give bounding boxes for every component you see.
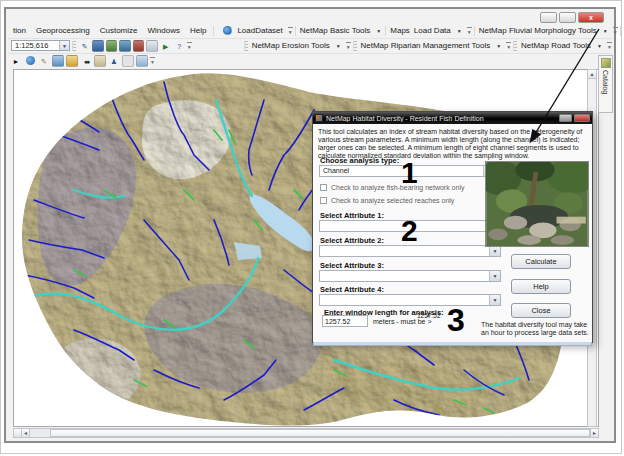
- attribute-2-label: Select Attribute 2:: [320, 236, 384, 245]
- toolbar-netmap-road[interactable]: NetMap Road Tools ▼ ▼: [519, 41, 612, 50]
- toolbar-grip[interactable]: [620, 26, 621, 36]
- help-button[interactable]: Help: [511, 279, 571, 294]
- toolbar-options-icon[interactable]: ▼: [288, 27, 293, 35]
- annotation-step-3: 3: [447, 304, 465, 336]
- toolbar-maps[interactable]: Maps: [388, 26, 412, 35]
- whats-this-icon[interactable]: ?: [173, 40, 185, 52]
- chevron-down-icon[interactable]: ▼: [489, 271, 500, 281]
- search-window-icon[interactable]: [119, 40, 131, 52]
- tools-toolbar: ► ✎ ●● ♟ ▼: [8, 53, 612, 67]
- minimize-button[interactable]: [540, 12, 557, 23]
- zoom-globe-icon[interactable]: [24, 55, 36, 67]
- analysis-type-label: Choose analysis type:: [320, 156, 399, 165]
- toolbar-grip[interactable]: [513, 41, 517, 51]
- toolbar-load-data[interactable]: Load Data ▼ ▼: [412, 26, 472, 35]
- toolbar-netmap-fluvial-morphology[interactable]: NetMap Fluvial Morphology Tools ▼ ▼: [477, 26, 618, 35]
- menu-item-geoprocessing[interactable]: Geoprocessing: [31, 25, 95, 36]
- habitat-photo: [485, 161, 589, 247]
- find-binoculars-icon[interactable]: ●●: [80, 55, 92, 67]
- splitter-box[interactable]: [14, 429, 22, 437]
- editor-icon[interactable]: ✎: [79, 40, 91, 52]
- habitat-diversity-dialog: NetMap Habitat Diversity - Resident Fish…: [312, 111, 593, 343]
- catalog-tab[interactable]: Catalog: [598, 55, 613, 113]
- load-data-label: Load Data: [412, 26, 453, 35]
- toolbar-grip[interactable]: [385, 26, 386, 36]
- map-horizontal-scrollbar[interactable]: ◄ ►: [13, 428, 599, 438]
- toolbar-grip[interactable]: [213, 26, 214, 36]
- fish-bearing-checkbox[interactable]: [320, 184, 327, 191]
- dialog-frame-strip: [313, 342, 592, 346]
- scroll-up-icon[interactable]: ▲: [588, 70, 596, 79]
- toolbar-grip[interactable]: [295, 26, 296, 36]
- toolbar-grip[interactable]: [244, 41, 248, 51]
- hyperlink-icon[interactable]: [94, 55, 106, 67]
- dialog-close-button[interactable]: Close: [511, 303, 571, 318]
- chevron-down-icon[interactable]: ▼: [489, 246, 500, 256]
- table-of-contents-icon[interactable]: [92, 40, 104, 52]
- fish-bearing-checkbox-row[interactable]: Check to analyze fish-bearing network on…: [320, 184, 464, 191]
- dialog-note: The habitat diversity tool may take an h…: [481, 321, 593, 337]
- toolbar-options-icon[interactable]: ▼: [467, 27, 472, 35]
- chevron-down-icon[interactable]: ▼: [59, 41, 69, 50]
- identify-icon[interactable]: [52, 55, 64, 67]
- draw-pencil-icon[interactable]: ✎: [38, 55, 50, 67]
- arctoolbox-icon[interactable]: [133, 40, 145, 52]
- catalog-icon: [601, 58, 611, 68]
- dialog-close-icon[interactable]: [574, 114, 590, 122]
- scrollbar-thumb[interactable]: [50, 429, 590, 437]
- toolbar-options-icon[interactable]: ▼: [150, 57, 155, 65]
- menu-item-selection[interactable]: tion: [8, 25, 31, 36]
- python-window-icon[interactable]: [146, 40, 158, 52]
- window-length-input[interactable]: [322, 315, 368, 327]
- toolbar-options-icon[interactable]: ▼: [187, 42, 192, 50]
- toolbar-options-icon[interactable]: ▼: [506, 42, 511, 50]
- attribute-3-label: Select Attribute 3:: [320, 261, 384, 270]
- toolbar-grip[interactable]: [474, 26, 475, 36]
- scroll-right-icon[interactable]: ►: [590, 429, 598, 437]
- go-to-xy-icon[interactable]: ♟: [108, 55, 120, 67]
- screenshot-frame: x tion Geoprocessing Customize Windows H…: [0, 0, 622, 454]
- html-popup-icon[interactable]: [136, 55, 148, 67]
- toolbar-netmap-basic-tools[interactable]: NetMap Basic Tools ▼: [298, 26, 384, 35]
- calculate-button[interactable]: Calculate: [511, 254, 571, 269]
- dialog-title: NetMap Habitat Diversity - Resident Fish…: [326, 115, 557, 122]
- load-dataset-button[interactable]: LoadDataset ▼: [222, 26, 292, 35]
- model-builder-icon[interactable]: ▶: [160, 40, 172, 52]
- netmap-riparian-label: NetMap Riparian Management Tools: [359, 41, 493, 50]
- toolbar-grip[interactable]: [72, 41, 76, 51]
- toolbar-netmap-erosion[interactable]: NetMap Erosion Tools ▼ ▼: [250, 41, 351, 50]
- toolbar-grip[interactable]: [353, 41, 357, 51]
- dialog-icon: [315, 114, 323, 122]
- chevron-down-icon: ▼: [601, 28, 610, 34]
- annotation-step-1: 1: [401, 158, 418, 188]
- toolbar-netmap-riparian[interactable]: NetMap Riparian Management Tools ▼ ▼: [359, 41, 512, 50]
- toolbar-options-icon[interactable]: ▼: [607, 42, 612, 50]
- measure-icon[interactable]: [66, 55, 78, 67]
- chevron-down-icon: ▼: [334, 43, 343, 49]
- selected-reaches-checkbox-row[interactable]: Check to analyze selected reaches only: [320, 197, 454, 204]
- attribute-3-combo[interactable]: ▼: [319, 270, 501, 282]
- standard-toolbar: 1:125,616 ▼ ✎ ▶ ? ▼ NetMap Erosion Tools…: [8, 38, 612, 52]
- select-elements-icon[interactable]: ►: [10, 55, 22, 67]
- catalog-window-icon[interactable]: [106, 40, 118, 52]
- menu-item-customize[interactable]: Customize: [95, 25, 143, 36]
- scroll-left-icon[interactable]: ◄: [22, 429, 30, 437]
- map-scale-combo[interactable]: 1:125,616 ▼: [11, 40, 70, 51]
- menu-item-windows[interactable]: Windows: [143, 25, 185, 36]
- maps-label: Maps: [388, 26, 412, 35]
- menu-item-help[interactable]: Help: [185, 25, 211, 36]
- maximize-button[interactable]: [559, 12, 576, 23]
- disabled-tool-icon: [122, 55, 134, 67]
- chevron-down-icon[interactable]: ▼: [489, 295, 500, 305]
- selected-reaches-checkbox[interactable]: [320, 197, 327, 204]
- annotation-step-2: 2: [401, 216, 418, 246]
- attribute-4-label: Select Attribute 4:: [320, 285, 384, 294]
- attribute-4-combo[interactable]: ▼: [319, 294, 501, 306]
- close-button[interactable]: x: [578, 12, 604, 23]
- dialog-titlebar[interactable]: NetMap Habitat Diversity - Resident Fish…: [313, 112, 592, 124]
- chevron-down-icon: ▼: [494, 43, 503, 49]
- dialog-minimize-button[interactable]: [559, 114, 572, 122]
- menu-bar: tion Geoprocessing Customize Windows Hel…: [8, 24, 612, 37]
- toolbar-options-icon[interactable]: ▼: [346, 42, 351, 50]
- toolbar-options-icon[interactable]: ▼: [613, 27, 618, 35]
